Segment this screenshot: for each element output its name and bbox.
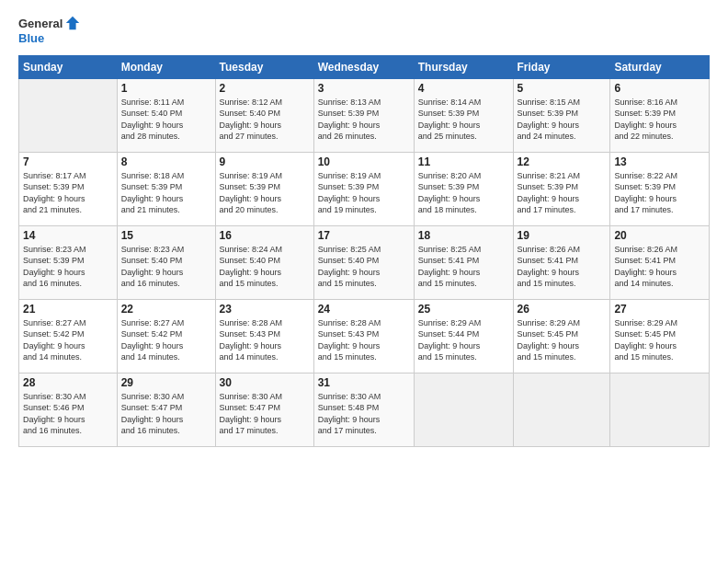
day-number: 4 xyxy=(418,82,509,95)
logo-blue: Blue xyxy=(18,31,81,46)
day-info: Sunrise: 8:24 AM Sunset: 5:40 PM Dayligh… xyxy=(220,244,310,290)
header-monday: Monday xyxy=(117,55,215,78)
day-number: 30 xyxy=(220,376,310,389)
page: General Blue SundayMondayTuesdayWednesda… xyxy=(0,0,728,456)
day-info: Sunrise: 8:18 AM Sunset: 5:39 PM Dayligh… xyxy=(121,170,211,216)
day-info: Sunrise: 8:19 AM Sunset: 5:39 PM Dayligh… xyxy=(318,170,410,216)
day-number: 9 xyxy=(220,155,310,168)
day-number: 3 xyxy=(318,82,410,95)
logo-general: General xyxy=(18,17,63,31)
svg-marker-0 xyxy=(66,17,79,29)
day-number: 10 xyxy=(318,155,410,168)
calendar-week-4: 28Sunrise: 8:30 AM Sunset: 5:46 PM Dayli… xyxy=(19,373,710,446)
day-info: Sunrise: 8:17 AM Sunset: 5:39 PM Dayligh… xyxy=(23,170,113,216)
calendar-cell: 6Sunrise: 8:16 AM Sunset: 5:39 PM Daylig… xyxy=(610,78,710,152)
day-number: 25 xyxy=(418,303,509,316)
day-info: Sunrise: 8:11 AM Sunset: 5:40 PM Dayligh… xyxy=(121,97,211,143)
day-info: Sunrise: 8:30 AM Sunset: 5:46 PM Dayligh… xyxy=(23,391,113,437)
calendar-week-1: 7Sunrise: 8:17 AM Sunset: 5:39 PM Daylig… xyxy=(19,152,710,225)
day-number: 17 xyxy=(318,229,410,242)
calendar-cell: 30Sunrise: 8:30 AM Sunset: 5:47 PM Dayli… xyxy=(215,373,313,446)
header-thursday: Thursday xyxy=(414,55,513,78)
day-info: Sunrise: 8:29 AM Sunset: 5:45 PM Dayligh… xyxy=(518,317,607,363)
day-info: Sunrise: 8:13 AM Sunset: 5:39 PM Dayligh… xyxy=(318,97,410,143)
day-info: Sunrise: 8:20 AM Sunset: 5:39 PM Dayligh… xyxy=(418,170,509,216)
day-info: Sunrise: 8:29 AM Sunset: 5:45 PM Dayligh… xyxy=(614,317,705,363)
calendar-cell: 26Sunrise: 8:29 AM Sunset: 5:45 PM Dayli… xyxy=(513,299,610,373)
calendar-cell: 16Sunrise: 8:24 AM Sunset: 5:40 PM Dayli… xyxy=(215,225,313,299)
day-info: Sunrise: 8:30 AM Sunset: 5:47 PM Dayligh… xyxy=(220,391,310,437)
calendar-cell: 17Sunrise: 8:25 AM Sunset: 5:40 PM Dayli… xyxy=(313,225,414,299)
calendar-cell xyxy=(610,373,710,446)
day-number: 20 xyxy=(614,229,705,242)
day-number: 18 xyxy=(418,229,509,242)
calendar-cell: 19Sunrise: 8:26 AM Sunset: 5:41 PM Dayli… xyxy=(513,225,610,299)
calendar-cell: 10Sunrise: 8:19 AM Sunset: 5:39 PM Dayli… xyxy=(313,152,414,225)
calendar-cell: 9Sunrise: 8:19 AM Sunset: 5:39 PM Daylig… xyxy=(215,152,313,225)
calendar-cell: 15Sunrise: 8:23 AM Sunset: 5:40 PM Dayli… xyxy=(117,225,215,299)
day-number: 12 xyxy=(518,155,607,168)
day-info: Sunrise: 8:27 AM Sunset: 5:42 PM Dayligh… xyxy=(23,317,113,363)
calendar-cell: 5Sunrise: 8:15 AM Sunset: 5:39 PM Daylig… xyxy=(513,78,610,152)
day-number: 14 xyxy=(23,229,113,242)
calendar-cell: 7Sunrise: 8:17 AM Sunset: 5:39 PM Daylig… xyxy=(19,152,118,225)
day-number: 16 xyxy=(220,229,310,242)
day-info: Sunrise: 8:12 AM Sunset: 5:40 PM Dayligh… xyxy=(220,97,310,143)
calendar-cell: 4Sunrise: 8:14 AM Sunset: 5:39 PM Daylig… xyxy=(414,78,513,152)
day-info: Sunrise: 8:26 AM Sunset: 5:41 PM Dayligh… xyxy=(518,244,607,290)
day-info: Sunrise: 8:26 AM Sunset: 5:41 PM Dayligh… xyxy=(614,244,705,290)
header-wednesday: Wednesday xyxy=(313,55,414,78)
day-info: Sunrise: 8:30 AM Sunset: 5:47 PM Dayligh… xyxy=(121,391,211,437)
day-number: 28 xyxy=(23,376,113,389)
header-friday: Friday xyxy=(513,55,610,78)
calendar-cell: 25Sunrise: 8:29 AM Sunset: 5:44 PM Dayli… xyxy=(414,299,513,373)
calendar-body: 1Sunrise: 8:11 AM Sunset: 5:40 PM Daylig… xyxy=(19,78,710,446)
day-number: 21 xyxy=(23,303,113,316)
day-number: 1 xyxy=(121,82,211,95)
day-number: 15 xyxy=(121,229,211,242)
day-number: 31 xyxy=(318,376,410,389)
calendar-table: SundayMondayTuesdayWednesdayThursdayFrid… xyxy=(18,55,710,447)
day-info: Sunrise: 8:22 AM Sunset: 5:39 PM Dayligh… xyxy=(614,170,705,216)
calendar-cell: 18Sunrise: 8:25 AM Sunset: 5:41 PM Dayli… xyxy=(414,225,513,299)
day-number: 24 xyxy=(318,303,410,316)
calendar-cell: 2Sunrise: 8:12 AM Sunset: 5:40 PM Daylig… xyxy=(215,78,313,152)
calendar-cell: 12Sunrise: 8:21 AM Sunset: 5:39 PM Dayli… xyxy=(513,152,610,225)
calendar-cell: 24Sunrise: 8:28 AM Sunset: 5:43 PM Dayli… xyxy=(313,299,414,373)
day-number: 27 xyxy=(614,303,705,316)
calendar-cell xyxy=(513,373,610,446)
day-number: 22 xyxy=(121,303,211,316)
day-number: 8 xyxy=(121,155,211,168)
day-number: 23 xyxy=(220,303,310,316)
top-section: General Blue xyxy=(18,17,710,50)
calendar-header-row: SundayMondayTuesdayWednesdayThursdayFrid… xyxy=(19,55,710,78)
day-number: 6 xyxy=(614,82,705,95)
day-info: Sunrise: 8:23 AM Sunset: 5:39 PM Dayligh… xyxy=(23,244,113,290)
day-info: Sunrise: 8:28 AM Sunset: 5:43 PM Dayligh… xyxy=(220,317,310,363)
calendar-cell: 29Sunrise: 8:30 AM Sunset: 5:47 PM Dayli… xyxy=(117,373,215,446)
calendar-cell: 21Sunrise: 8:27 AM Sunset: 5:42 PM Dayli… xyxy=(19,299,118,373)
calendar-cell: 31Sunrise: 8:30 AM Sunset: 5:48 PM Dayli… xyxy=(313,373,414,446)
logo: General Blue xyxy=(18,17,81,46)
calendar-week-3: 21Sunrise: 8:27 AM Sunset: 5:42 PM Dayli… xyxy=(19,299,710,373)
day-info: Sunrise: 8:28 AM Sunset: 5:43 PM Dayligh… xyxy=(318,317,410,363)
day-info: Sunrise: 8:27 AM Sunset: 5:42 PM Dayligh… xyxy=(121,317,211,363)
calendar-cell: 23Sunrise: 8:28 AM Sunset: 5:43 PM Dayli… xyxy=(215,299,313,373)
calendar-cell: 27Sunrise: 8:29 AM Sunset: 5:45 PM Dayli… xyxy=(610,299,710,373)
calendar-cell xyxy=(414,373,513,446)
day-info: Sunrise: 8:23 AM Sunset: 5:40 PM Dayligh… xyxy=(121,244,211,290)
calendar-cell: 3Sunrise: 8:13 AM Sunset: 5:39 PM Daylig… xyxy=(313,78,414,152)
calendar-week-2: 14Sunrise: 8:23 AM Sunset: 5:39 PM Dayli… xyxy=(19,225,710,299)
day-number: 5 xyxy=(518,82,607,95)
header-saturday: Saturday xyxy=(610,55,710,78)
calendar-cell: 14Sunrise: 8:23 AM Sunset: 5:39 PM Dayli… xyxy=(19,225,118,299)
calendar-cell: 13Sunrise: 8:22 AM Sunset: 5:39 PM Dayli… xyxy=(610,152,710,225)
calendar-cell: 8Sunrise: 8:18 AM Sunset: 5:39 PM Daylig… xyxy=(117,152,215,225)
day-number: 7 xyxy=(23,155,113,168)
day-info: Sunrise: 8:21 AM Sunset: 5:39 PM Dayligh… xyxy=(518,170,607,216)
calendar-cell: 22Sunrise: 8:27 AM Sunset: 5:42 PM Dayli… xyxy=(117,299,215,373)
calendar-cell: 11Sunrise: 8:20 AM Sunset: 5:39 PM Dayli… xyxy=(414,152,513,225)
day-info: Sunrise: 8:14 AM Sunset: 5:39 PM Dayligh… xyxy=(418,97,509,143)
calendar-cell: 28Sunrise: 8:30 AM Sunset: 5:46 PM Dayli… xyxy=(19,373,118,446)
header-sunday: Sunday xyxy=(19,55,118,78)
